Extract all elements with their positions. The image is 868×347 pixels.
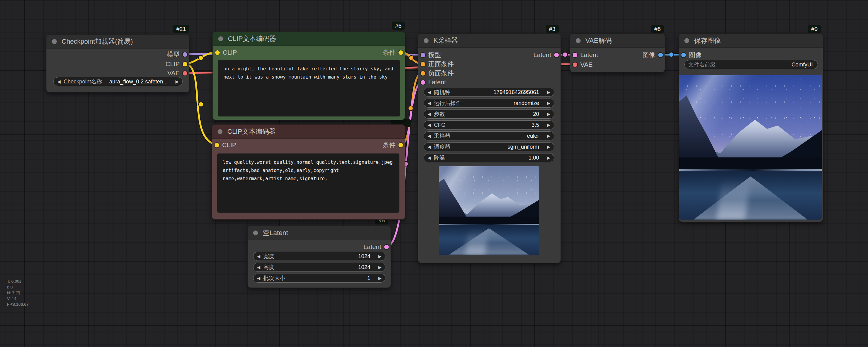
collapse-dot-icon[interactable] [576,38,581,43]
increment-arrow-icon[interactable]: ▶ [378,276,381,281]
batch-size-widget[interactable]: ◀ 批次大小 1 ▶ [253,274,385,283]
input-slot-clip[interactable]: CLIP [215,49,237,56]
decrement-arrow-icon[interactable]: ◀ [428,112,431,117]
slot-dot-positive[interactable] [421,62,425,66]
slot-dot-clip[interactable] [215,143,219,148]
output-slot-vae[interactable]: VAE [167,69,187,77]
decrement-arrow-icon[interactable]: ◀ [257,276,260,281]
output-slot-clip[interactable]: CLIP [165,60,187,68]
output-slot-image[interactable]: 图像 [643,51,663,59]
slot-dot-vae[interactable] [183,71,187,75]
control-after-generate-widget[interactable]: ◀ 运行后操作 randomize ▶ [424,99,554,108]
slot-dot-latent[interactable] [384,245,389,249]
node-id-badge: #21 [173,25,189,33]
slot-dot-clip[interactable] [215,50,220,55]
slot-dot-model[interactable] [183,52,187,57]
height-widget[interactable]: ◀ 高度 1024 ▶ [253,263,385,272]
slot-dot-model[interactable] [421,53,425,57]
decrement-arrow-icon[interactable]: ◀ [257,254,260,259]
input-slot-negative[interactable]: 负面条件 [421,69,454,77]
node-clip-encode-negative[interactable]: CLIP文本编码器 CLIP 条件 low quality,worst qual… [212,124,405,220]
node-title-bar[interactable]: 空Latent [248,226,391,240]
node-title-bar[interactable]: K采样器 [418,34,561,48]
node-save-image[interactable]: 保存图像 图像 文件名前缀 ComfyUI [679,33,823,222]
node-ksampler[interactable]: K采样器 模型 正面条件 负面条件 Latent Latent ◀ 随机种 17… [418,33,561,263]
input-slot-vae[interactable]: VAE [573,61,592,68]
increment-arrow-icon[interactable]: ▶ [547,112,550,117]
filename-prefix-widget[interactable]: 文件名前缀 ComfyUI [684,60,818,69]
node-title-bar[interactable]: 保存图像 [679,34,823,48]
scheduler-widget[interactable]: ◀ 调度器 sgm_uniform ▶ [424,142,554,151]
collapse-dot-icon[interactable] [218,36,223,41]
input-slot-latent[interactable]: Latent [421,78,446,86]
sampler-widget[interactable]: ◀ 采样器 euler ▶ [424,131,554,140]
node-id-badge: #6 [392,22,405,30]
node-title-bar[interactable]: CLIP文本编码器 [212,125,405,138]
increment-arrow-icon[interactable]: ▶ [378,254,381,259]
collapse-dot-icon[interactable] [253,230,258,235]
input-slot-image[interactable]: 图像 [681,51,702,59]
output-slot-latent[interactable]: Latent [533,51,559,59]
node-title-bar[interactable]: Checkpoint加载器(简易) [46,35,189,49]
slot-dot-conditioning[interactable] [399,143,403,148]
output-slot-model[interactable]: 模型 [167,51,187,58]
collapse-dot-icon[interactable] [424,38,429,43]
slot-dot-vae[interactable] [573,62,577,67]
node-title-bar[interactable]: CLIP文本编码器 [213,32,405,46]
output-slot-conditioning[interactable]: 条件 [383,141,403,149]
input-slot-positive[interactable]: 正面条件 [421,60,454,68]
slot-dot-latent[interactable] [573,53,577,57]
slot-dot-image[interactable] [681,53,686,57]
decrement-arrow-icon[interactable]: ◀ [428,101,431,105]
increment-arrow-icon[interactable]: ▶ [378,265,381,270]
decrement-arrow-icon[interactable]: ◀ [428,90,431,95]
denoise-widget[interactable]: ◀ 降噪 1.00 ▶ [424,153,554,162]
comfyui-canvas[interactable]: { "icons": { "left_arrow": "◀", "right_a… [0,0,868,347]
slot-dot-negative[interactable] [421,71,425,75]
increment-arrow-icon[interactable]: ▶ [176,79,179,84]
node-checkpoint-loader[interactable]: Checkpoint加载器(简易) 模型 CLIP VAE ◀ Checkpoi… [46,34,189,93]
slot-dot-conditioning[interactable] [399,50,403,55]
negative-prompt-textarea[interactable]: low quality,worst quality,normal quality… [217,154,399,213]
node-empty-latent[interactable]: 空Latent Latent ◀ 宽度 1024 ▶ ◀ 高度 1024 ▶ ◀… [247,226,391,288]
stat-time: T: 0.00s [7,279,29,284]
input-slot-latent[interactable]: Latent [573,51,598,59]
increment-arrow-icon[interactable]: ▶ [547,123,550,127]
slot-dot-latent[interactable] [554,53,559,57]
output-slot-latent[interactable]: Latent [364,243,389,251]
increment-arrow-icon[interactable]: ▶ [547,133,550,138]
decrement-arrow-icon[interactable]: ◀ [428,145,431,149]
slot-dot-clip[interactable] [183,62,187,66]
canvas-stats: T: 0.00s I: 0 N: 7 [7] V: 14 FPS:166.67 [7,279,29,307]
collapse-dot-icon[interactable] [52,39,57,44]
decrement-arrow-icon[interactable]: ◀ [428,155,431,160]
node-title-label: Checkpoint加载器(简易) [62,37,133,46]
increment-arrow-icon[interactable]: ▶ [547,155,550,160]
slot-dot-image[interactable] [658,53,663,57]
decrement-arrow-icon[interactable]: ◀ [428,123,431,127]
node-id-badge: #3 [546,25,559,33]
increment-arrow-icon[interactable]: ▶ [547,101,550,105]
node-title-bar[interactable]: VAE解码 [570,34,665,48]
increment-arrow-icon[interactable]: ▶ [547,90,550,95]
ckpt-name-widget[interactable]: ◀ Checkpoint名称 aura_flow_0.2.safeten... … [54,77,183,86]
positive-prompt-textarea[interactable]: on a night, the beautiful lake reflected… [218,60,400,117]
decrement-arrow-icon[interactable]: ◀ [257,265,260,270]
slot-dot-latent[interactable] [421,80,425,85]
increment-arrow-icon[interactable]: ▶ [547,145,550,149]
collapse-dot-icon[interactable] [218,129,222,134]
input-slot-model[interactable]: 模型 [421,51,441,59]
width-widget[interactable]: ◀ 宽度 1024 ▶ [253,252,385,261]
decrement-arrow-icon[interactable]: ◀ [57,79,61,84]
collapse-dot-icon[interactable] [684,38,689,43]
seed-widget[interactable]: ◀ 随机种 179491642695061 ▶ [424,88,554,97]
input-slot-clip[interactable]: CLIP [215,141,237,149]
output-slot-conditioning[interactable]: 条件 [383,49,403,56]
steps-widget[interactable]: ◀ 步数 20 ▶ [424,109,554,119]
decrement-arrow-icon[interactable]: ◀ [428,133,431,138]
node-vae-decode[interactable]: VAE解码 Latent VAE 图像 [570,33,665,72]
stat-fps: FPS:166.67 [7,302,29,307]
cfg-widget[interactable]: ◀ CFG 3.5 ▶ [424,120,554,129]
node-id-badge: #8 [651,25,664,33]
node-clip-encode-positive[interactable]: CLIP文本编码器 CLIP 条件 on a night, the beauti… [212,32,405,120]
